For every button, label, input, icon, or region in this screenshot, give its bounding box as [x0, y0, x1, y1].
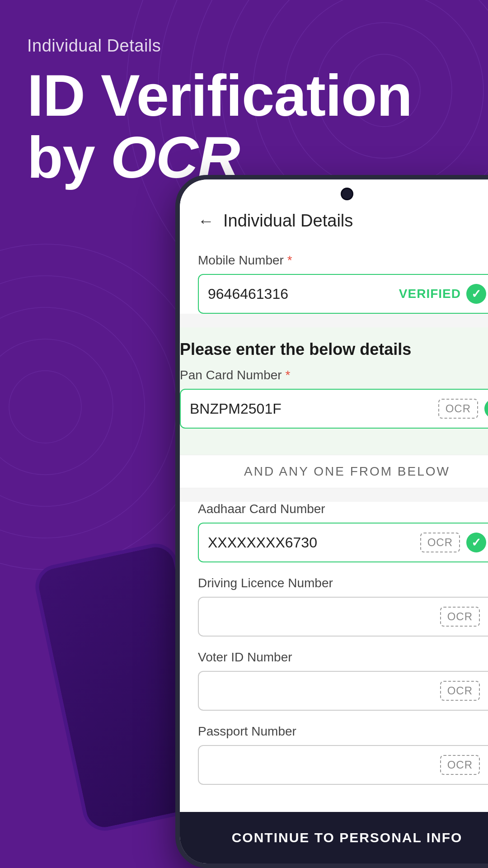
driving-licence-input[interactable]: OCR — [198, 597, 488, 637]
aadhaar-input[interactable]: XXXXXXXX6730 OCR ✓ — [198, 523, 488, 562]
title-by: by — [27, 124, 111, 190]
pan-card-label: Pan Card Number * — [180, 368, 488, 382]
continue-button[interactable]: CONTINUE TO PERSONAL INFO — [180, 812, 488, 863]
pan-ocr-badge[interactable]: OCR — [438, 399, 478, 419]
header-section: Individual Details ID Verification by OC… — [0, 0, 488, 188]
mobile-number-value: 9646461316 — [208, 286, 399, 302]
phone-main-device: ← Individual Details Mobile Number * 964… — [175, 175, 488, 868]
driving-licence-label: Driving Licence Number — [198, 576, 488, 590]
back-button[interactable]: ← — [198, 212, 214, 231]
aadhaar-checkmark: ✓ — [466, 533, 486, 552]
phone-screen: ← Individual Details Mobile Number * 964… — [180, 179, 488, 863]
voter-id-label: Voter ID Number — [198, 650, 488, 665]
phone-mockup-area: ← Individual Details Mobile Number * 964… — [175, 175, 488, 868]
driving-licence-ocr-badge[interactable]: OCR — [440, 607, 480, 627]
passport-input[interactable]: OCR — [198, 745, 488, 785]
app-screen-title: Individual Details — [223, 211, 353, 231]
svg-point-11 — [0, 276, 176, 538]
pan-checkmark: ✓ — [484, 399, 488, 419]
aadhaar-label: Aadhaar Card Number — [198, 502, 488, 516]
voter-id-ocr-badge[interactable]: OCR — [440, 681, 480, 701]
please-enter-section: Please enter the below details Pan Card … — [180, 327, 488, 455]
mobile-number-input[interactable]: 9646461316 VERIFIED ✓ — [198, 274, 488, 314]
additional-fields: Aadhaar Card Number XXXXXXXX6730 OCR ✓ D… — [180, 502, 488, 812]
verified-checkmark: ✓ — [466, 284, 486, 304]
pan-card-input[interactable]: BNZPM2501F OCR ✓ — [180, 389, 488, 429]
phone-camera-notch — [341, 188, 353, 200]
please-enter-title: Please enter the below details — [180, 340, 488, 359]
voter-id-input[interactable]: OCR — [198, 671, 488, 711]
aadhaar-ocr-badge[interactable]: OCR — [420, 533, 460, 552]
passport-ocr-badge[interactable]: OCR — [440, 755, 480, 775]
passport-section: Passport Number OCR — [198, 724, 488, 785]
aadhaar-section: Aadhaar Card Number XXXXXXXX6730 OCR ✓ — [198, 502, 488, 562]
svg-point-9 — [0, 339, 113, 475]
separator-text: AND ANY ONE FROM BELOW — [180, 455, 488, 488]
driving-licence-section: Driving Licence Number OCR — [198, 576, 488, 637]
verified-text: VERIFIED — [399, 287, 461, 301]
pan-card-value: BNZPM2501F — [190, 401, 438, 417]
subtitle-label: Individual Details — [27, 36, 461, 56]
passport-label: Passport Number — [198, 724, 488, 739]
form-area: Mobile Number * 9646461316 VERIFIED ✓ — [180, 244, 488, 314]
mobile-number-label: Mobile Number * — [198, 253, 488, 268]
app-header: ← Individual Details — [180, 179, 488, 244]
pan-required-indicator: * — [285, 368, 290, 382]
mobile-number-section: Mobile Number * 9646461316 VERIFIED ✓ — [198, 253, 488, 314]
svg-point-10 — [0, 307, 145, 506]
pan-card-section: Pan Card Number * BNZPM2501F OCR ✓ — [180, 368, 488, 429]
voter-id-section: Voter ID Number OCR — [198, 650, 488, 711]
title-line1: ID Verification — [27, 62, 412, 128]
svg-point-8 — [9, 371, 81, 443]
verified-badge: VERIFIED ✓ — [399, 284, 486, 304]
mobile-required-indicator: * — [287, 253, 292, 267]
aadhaar-value: XXXXXXXX6730 — [208, 534, 420, 551]
main-title: ID Verification by OCR — [27, 65, 461, 188]
